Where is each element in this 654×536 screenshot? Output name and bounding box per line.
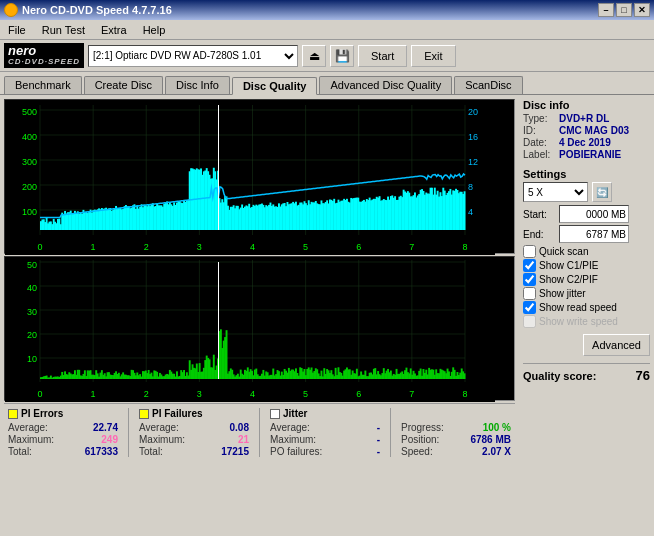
show-c1pie-checkbox[interactable] [523,259,536,272]
disc-label-value: POBIERANIE [559,149,621,160]
divider-1 [128,408,129,457]
show-jitter-row: Show jitter [523,287,650,300]
jitter-po-row: PO failures: - [270,446,380,457]
speed-row: Speed: 2.07 X [401,446,511,457]
disc-id-label: ID: [523,125,555,136]
tab-advanced-disc-quality[interactable]: Advanced Disc Quality [319,76,452,94]
show-write-speed-row: Show write speed [523,315,650,328]
show-jitter-label[interactable]: Show jitter [539,288,586,299]
show-c1pie-label[interactable]: Show C1/PIE [539,260,598,271]
settings-title: Settings [523,168,650,180]
pi-failures-average-value: 0.08 [199,422,249,433]
jitter-color-box [270,409,280,419]
menu-run-test[interactable]: Run Test [38,23,89,37]
pi-errors-total-label: Total: [8,446,32,457]
end-field-row: End: [523,225,650,243]
show-read-speed-label[interactable]: Show read speed [539,302,617,313]
show-c2pif-label[interactable]: Show C2/PIF [539,274,598,285]
advanced-button[interactable]: Advanced [583,334,650,356]
show-write-speed-checkbox[interactable] [523,315,536,328]
disc-type-label: Type: [523,113,555,124]
jitter-title: Jitter [283,408,307,419]
start-field-input[interactable] [559,205,629,223]
speed-select[interactable]: 5 X [523,182,588,202]
drive-select[interactable]: [2:1] Optiarc DVD RW AD-7280S 1.01 [88,45,298,67]
stats-area: PI Errors Average: 22.74 Maximum: 249 To… [4,403,515,461]
pi-failures-group: PI Failures Average: 0.08 Maximum: 21 To… [139,408,249,457]
title-text: Nero CD-DVD Speed 4.7.7.16 [22,4,172,16]
disc-type-value: DVD+R DL [559,113,609,124]
pi-failures-total-row: Total: 17215 [139,446,249,457]
jitter-average-value: - [330,422,380,433]
end-field-label: End: [523,229,555,240]
pi-failures-average-label: Average: [139,422,179,433]
menu-file[interactable]: File [4,23,30,37]
jitter-po-label: PO failures: [270,446,322,457]
divider-2 [259,408,260,457]
maximize-button[interactable]: □ [616,3,632,17]
quick-scan-row: Quick scan [523,245,650,258]
exit-button[interactable]: Exit [411,45,455,67]
menu-extra[interactable]: Extra [97,23,131,37]
pi-failures-max-row: Maximum: 21 [139,434,249,445]
speed-label: Speed: [401,446,433,457]
disc-info-section: Disc info Type: DVD+R DL ID: CMC MAG D03… [523,99,650,161]
start-button[interactable]: Start [358,45,407,67]
close-button[interactable]: ✕ [634,3,650,17]
eject-icon-button[interactable]: ⏏ [302,45,326,67]
tab-bar: Benchmark Create Disc Disc Info Disc Qua… [0,72,654,95]
tab-disc-quality[interactable]: Disc Quality [232,77,318,95]
end-field-input[interactable] [559,225,629,243]
quick-scan-label[interactable]: Quick scan [539,246,588,257]
pi-errors-max-label: Maximum: [8,434,54,445]
pi-errors-color-box [8,409,18,419]
position-label: Position: [401,434,439,445]
speed-icon-button[interactable]: 🔄 [592,182,612,202]
menu-help[interactable]: Help [139,23,170,37]
disc-label-label: Label: [523,149,555,160]
progress-value: 100 % [461,422,511,433]
show-read-speed-row: Show read speed [523,301,650,314]
tab-scan-disc[interactable]: ScanDisc [454,76,522,94]
speed-value: 2.07 X [461,446,511,457]
progress-group: Progress: 100 % Position: 6786 MB Speed:… [401,408,511,457]
progress-row: Progress: 100 % [401,422,511,433]
title-controls: – □ ✕ [598,3,650,17]
jitter-header: Jitter [270,408,380,419]
minimize-button[interactable]: – [598,3,614,17]
right-panel: Disc info Type: DVD+R DL ID: CMC MAG D03… [519,95,654,533]
menu-bar: File Run Test Extra Help [0,20,654,40]
disc-date-label: Date: [523,137,555,148]
start-field-label: Start: [523,209,555,220]
pi-failures-color-box [139,409,149,419]
pi-errors-header: PI Errors [8,408,118,419]
pi-errors-max-value: 249 [68,434,118,445]
pi-errors-title: PI Errors [21,408,63,419]
disc-id-row: ID: CMC MAG D03 [523,125,650,136]
disc-date-row: Date: 4 Dec 2019 [523,137,650,148]
pi-failures-total-label: Total: [139,446,163,457]
tab-benchmark[interactable]: Benchmark [4,76,82,94]
disc-label-row: Label: POBIERANIE [523,149,650,160]
toolbar: nero CD·DVD·SPEED [2:1] Optiarc DVD RW A… [0,40,654,72]
pi-failures-average-row: Average: 0.08 [139,422,249,433]
pi-failures-max-label: Maximum: [139,434,185,445]
divider-3 [390,408,391,457]
pi-errors-max-row: Maximum: 249 [8,434,118,445]
pi-errors-average-value: 22.74 [68,422,118,433]
tab-create-disc[interactable]: Create Disc [84,76,163,94]
pi-errors-group: PI Errors Average: 22.74 Maximum: 249 To… [8,408,118,457]
app-icon [4,3,18,17]
show-c1pie-row: Show C1/PIE [523,259,650,272]
show-c2pif-checkbox[interactable] [523,273,536,286]
save-icon-button[interactable]: 💾 [330,45,354,67]
show-c2pif-row: Show C2/PIF [523,273,650,286]
quick-scan-checkbox[interactable] [523,245,536,258]
quality-score-value: 76 [636,368,650,383]
pi-errors-average-row: Average: 22.74 [8,422,118,433]
tab-disc-info[interactable]: Disc Info [165,76,230,94]
quality-score-row: Quality score: 76 [523,363,650,383]
jitter-average-label: Average: [270,422,310,433]
show-read-speed-checkbox[interactable] [523,301,536,314]
show-jitter-checkbox[interactable] [523,287,536,300]
